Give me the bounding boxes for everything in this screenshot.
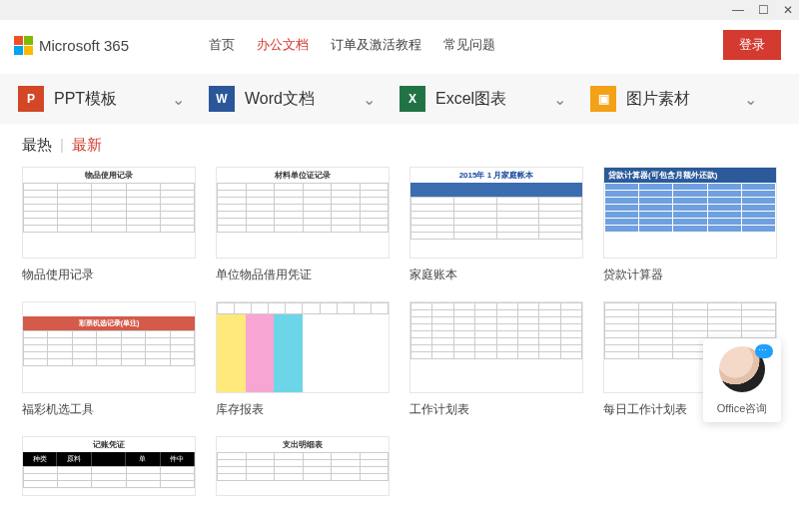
cat-excel-label: Excel图表 [435, 89, 506, 110]
template-title: 工作计划表 [409, 393, 583, 422]
thumb-title: 物品使用记录 [23, 168, 195, 183]
header: Microsoft 365 首页 办公文档 订单及激活教程 常见问题 登录 [0, 20, 799, 74]
template-title: 物品使用记录 [22, 259, 196, 287]
template-title: 贷款计算器 [603, 259, 777, 287]
template-card[interactable]: 贷款计算器(可包含月额外还款) 贷款计算器 [603, 167, 777, 287]
support-label: Office咨询 [707, 401, 777, 416]
nav-faq[interactable]: 常见问题 [443, 36, 495, 54]
cat-img[interactable]: ▣图片素材 ⌄ [590, 86, 781, 112]
template-thumb: 贷款计算器(可包含月额外还款) [603, 167, 777, 259]
category-bar: PPPT模板 ⌄ WWord文档 ⌄ XExcel图表 ⌄ ▣图片素材 ⌄ [0, 74, 799, 124]
cat-word[interactable]: WWord文档 ⌄ [209, 86, 400, 112]
microsoft-icon [14, 36, 33, 55]
login-button[interactable]: 登录 [723, 30, 781, 60]
chevron-down-icon: ⌄ [553, 90, 566, 109]
top-nav: 首页 办公文档 订单及激活教程 常见问题 [209, 36, 495, 54]
template-card[interactable]: 支出明细表 [216, 436, 390, 496]
maximize-button[interactable]: ☐ [758, 3, 769, 17]
close-button[interactable]: ✕ [783, 3, 793, 17]
template-grid: 物品使用记录 物品使用记录 材料单位证记录 单位物品借用凭证 2015年 1 月… [0, 163, 799, 500]
excel-icon: X [400, 86, 425, 112]
template-thumb: 材料单位证记录 [216, 167, 390, 259]
template-thumb: 物品使用记录 [22, 167, 196, 259]
thumb-title: 材料单位证记录 [217, 168, 389, 183]
cat-img-label: 图片素材 [626, 89, 690, 110]
thumb-title: 贷款计算器(可包含月额外还款) [604, 168, 776, 183]
template-title: 库存报表 [216, 393, 390, 422]
brand-text: Microsoft 365 [39, 37, 129, 54]
image-icon: ▣ [590, 86, 616, 112]
nav-home[interactable]: 首页 [209, 36, 235, 54]
template-card[interactable]: 库存报表 [216, 301, 390, 422]
template-thumb: 彩票机选记录(单注) [22, 301, 196, 393]
tab-new[interactable]: 最新 [72, 136, 102, 153]
brand-logo[interactable]: Microsoft 365 [14, 36, 129, 55]
cat-ppt[interactable]: PPPT模板 ⌄ [18, 86, 209, 112]
template-title: 家庭账本 [409, 259, 583, 287]
template-thumb: 支出明细表 [216, 436, 390, 496]
nav-order[interactable]: 订单及激活教程 [331, 36, 421, 54]
chevron-down-icon: ⌄ [744, 90, 757, 109]
thumb-title: 2015年 1 月家庭帐本 [410, 168, 582, 183]
template-card[interactable]: 记账凭证 种类原料单件中 [22, 436, 196, 496]
template-thumb: 记账凭证 种类原料单件中 [22, 436, 196, 496]
ppt-icon: P [18, 86, 44, 112]
word-icon: W [209, 86, 235, 112]
support-avatar-wrap [719, 346, 765, 395]
tab-hot[interactable]: 最热 [22, 136, 52, 153]
thumb-title: 支出明细表 [217, 437, 389, 452]
chat-bubble-icon [755, 344, 773, 358]
template-title: 单位物品借用凭证 [216, 259, 390, 287]
template-thumb [216, 301, 390, 393]
template-card[interactable]: 2015年 1 月家庭帐本 家庭账本 [409, 167, 583, 287]
thumb-title: 记账凭证 [23, 437, 195, 452]
cat-ppt-label: PPT模板 [54, 89, 117, 110]
cat-word-label: Word文档 [245, 89, 315, 110]
tab-separator: | [60, 136, 64, 153]
support-widget[interactable]: Office咨询 [703, 338, 781, 422]
template-card[interactable]: 彩票机选记录(单注) 福彩机选工具 [22, 301, 196, 422]
template-thumb [409, 301, 583, 393]
minimize-button[interactable]: — [732, 3, 744, 17]
template-card[interactable]: 工作计划表 [409, 301, 583, 422]
sort-tabs: 最热|最新 [0, 124, 799, 163]
window-controls: — ☐ ✕ [0, 0, 799, 20]
dark-header: 种类原料单件中 [23, 452, 195, 466]
template-card[interactable]: 材料单位证记录 单位物品借用凭证 [216, 167, 390, 287]
nav-docs[interactable]: 办公文档 [257, 36, 309, 54]
template-card[interactable]: 物品使用记录 物品使用记录 [22, 167, 196, 287]
thumb-title: 彩票机选记录(单注) [23, 316, 195, 330]
cat-excel[interactable]: XExcel图表 ⌄ [400, 86, 590, 112]
chevron-down-icon: ⌄ [172, 90, 185, 109]
template-thumb: 2015年 1 月家庭帐本 [409, 167, 583, 259]
chevron-down-icon: ⌄ [363, 90, 376, 109]
template-title: 福彩机选工具 [22, 393, 196, 422]
